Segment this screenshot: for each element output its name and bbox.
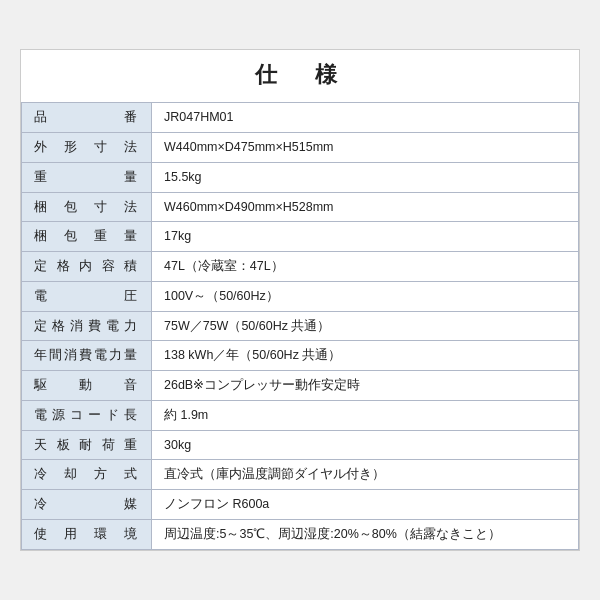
spec-label: 電 圧 [22, 281, 152, 311]
spec-label: 重 量 [22, 162, 152, 192]
table-row: 品 番JR047HM01 [22, 103, 579, 133]
table-row: 冷 却 方 式直冷式（庫内温度調節ダイヤル付き） [22, 460, 579, 490]
spec-value: 26dB※コンプレッサー動作安定時 [152, 371, 579, 401]
spec-value: 15.5kg [152, 162, 579, 192]
table-row: 外 形 寸 法W440mm×D475mm×H515mm [22, 133, 579, 163]
spec-value: 47L（冷蔵室：47L） [152, 252, 579, 282]
spec-label: 冷 媒 [22, 490, 152, 520]
spec-value: 周辺温度:5～35℃、周辺湿度:20%～80%（結露なきこと） [152, 519, 579, 549]
spec-table: 品 番JR047HM01外 形 寸 法W440mm×D475mm×H515mm重… [21, 102, 579, 549]
table-row: 重 量15.5kg [22, 162, 579, 192]
spec-value: ノンフロン R600a [152, 490, 579, 520]
spec-label: 定格消費電力 [22, 311, 152, 341]
spec-value: W440mm×D475mm×H515mm [152, 133, 579, 163]
table-row: 定格消費電力75W／75W（50/60Hz 共通） [22, 311, 579, 341]
table-row: 年間消費電力量138 kWh／年（50/60Hz 共通） [22, 341, 579, 371]
spec-value: 30kg [152, 430, 579, 460]
table-row: 電源コード長約 1.9m [22, 400, 579, 430]
spec-value: 17kg [152, 222, 579, 252]
spec-label: 使 用 環 境 [22, 519, 152, 549]
table-row: 使 用 環 境周辺温度:5～35℃、周辺湿度:20%～80%（結露なきこと） [22, 519, 579, 549]
spec-label: 電源コード長 [22, 400, 152, 430]
spec-label: 冷 却 方 式 [22, 460, 152, 490]
table-row: 梱 包 寸 法W460mm×D490mm×H528mm [22, 192, 579, 222]
spec-value: 約 1.9m [152, 400, 579, 430]
spec-label: 品 番 [22, 103, 152, 133]
spec-label: 外 形 寸 法 [22, 133, 152, 163]
spec-value: 直冷式（庫内温度調節ダイヤル付き） [152, 460, 579, 490]
spec-value: JR047HM01 [152, 103, 579, 133]
spec-label: 駆 動 音 [22, 371, 152, 401]
page-title: 仕 様 [21, 50, 579, 102]
spec-container: 仕 様 品 番JR047HM01外 形 寸 法W440mm×D475mm×H51… [20, 49, 580, 550]
spec-label: 梱 包 重 量 [22, 222, 152, 252]
spec-label: 定格内容積 [22, 252, 152, 282]
table-row: 冷 媒ノンフロン R600a [22, 490, 579, 520]
spec-value: 138 kWh／年（50/60Hz 共通） [152, 341, 579, 371]
table-row: 天板耐荷重30kg [22, 430, 579, 460]
spec-label: 天板耐荷重 [22, 430, 152, 460]
table-row: 駆 動 音26dB※コンプレッサー動作安定時 [22, 371, 579, 401]
spec-value: 75W／75W（50/60Hz 共通） [152, 311, 579, 341]
table-row: 電 圧100V～（50/60Hz） [22, 281, 579, 311]
spec-label: 梱 包 寸 法 [22, 192, 152, 222]
spec-label: 年間消費電力量 [22, 341, 152, 371]
spec-value: W460mm×D490mm×H528mm [152, 192, 579, 222]
table-row: 梱 包 重 量17kg [22, 222, 579, 252]
table-row: 定格内容積47L（冷蔵室：47L） [22, 252, 579, 282]
spec-value: 100V～（50/60Hz） [152, 281, 579, 311]
